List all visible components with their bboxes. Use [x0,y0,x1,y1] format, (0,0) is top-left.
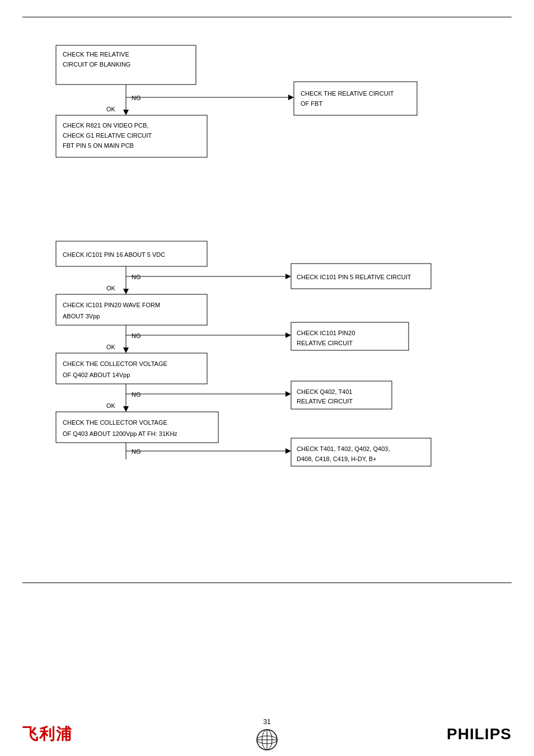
svg-marker-33 [285,332,291,338]
page-number: 31 [263,718,270,726]
svg-text:CHECK THE COLLECTOR VOLTAGE: CHECK THE COLLECTOR VOLTAGE [63,360,167,367]
svg-rect-50 [56,412,218,443]
svg-text:OK: OK [106,344,116,350]
svg-text:ABOUT 3Vpp: ABOUT 3Vpp [63,313,100,320]
svg-text:NG: NG [132,332,141,339]
svg-rect-9 [294,82,417,115]
footer-center: 31 [256,718,278,751]
svg-text:CHECK Q402, T401: CHECK Q402, T401 [297,388,352,395]
svg-marker-56 [285,448,291,454]
svg-text:CHECK T401, T402, Q402, Q403,: CHECK T401, T402, Q402, Q403, [297,445,390,452]
svg-text:NG: NG [132,95,141,101]
page-container: CHECK THE RELATIVE CIRCUIT OF BLANKING N… [0,0,534,756]
svg-text:NG: NG [132,448,141,455]
svg-text:NG: NG [132,274,141,280]
svg-text:OF FBT: OF FBT [301,100,322,107]
svg-rect-38 [56,353,207,384]
svg-text:RELATIVE CIRCUIT: RELATIVE CIRCUIT [297,340,353,346]
svg-rect-57 [291,438,431,466]
svg-rect-26 [56,294,207,325]
diagram2-svg: CHECK IC101 PIN 16 ABOUT 5 VDC NG OK CHE… [22,236,512,549]
svg-rect-16 [56,241,207,266]
philips-logo: PHILIPS [447,725,512,743]
svg-marker-42 [123,406,129,412]
svg-text:CHECK IC101 PIN20 WAVE FORM: CHECK IC101 PIN20 WAVE FORM [63,302,160,308]
diagram1: CHECK THE RELATIVE CIRCUIT OF BLANKING N… [22,40,512,202]
svg-marker-22 [285,274,291,279]
svg-text:CIRCUIT OF BLANKING: CIRCUIT OF BLANKING [63,61,130,68]
svg-rect-0 [56,45,196,84]
svg-rect-24 [291,264,431,289]
diagram1-svg: CHECK THE RELATIVE CIRCUIT OF BLANKING N… [22,40,512,202]
svg-text:FBT PIN 5 ON MAIN PCB: FBT PIN 5 ON MAIN PCB [63,142,134,149]
svg-text:RELATIVE CIRCUIT: RELATIVE CIRCUIT [297,398,353,405]
svg-text:CHECK G1 RELATIVE CIRCUIT: CHECK G1 RELATIVE CIRCUIT [63,132,152,139]
svg-marker-19 [123,289,129,294]
svg-text:CHECK IC101 PIN 16 ABOUT 5 VDC: CHECK IC101 PIN 16 ABOUT 5 VDC [63,251,165,258]
svg-text:NG: NG [132,391,141,398]
svg-text:CHECK IC101 PIN 5 RELATIVE CIR: CHECK IC101 PIN 5 RELATIVE CIRCUIT [297,274,411,280]
chinese-logo: 飞利浦 [22,724,73,745]
svg-text:OF Q402 ABOUT 14Vpp: OF Q402 ABOUT 14Vpp [63,372,130,378]
svg-marker-30 [123,348,129,353]
svg-text:CHECK THE RELATIVE CIRCUIT: CHECK THE RELATIVE CIRCUIT [301,90,394,97]
bottom-rule [22,583,512,583]
svg-marker-45 [285,391,291,397]
svg-text:OK: OK [106,285,116,292]
diagram2: CHECK IC101 PIN 16 ABOUT 5 VDC NG OK CHE… [22,236,512,549]
svg-text:CHECK THE COLLECTOR VOLTAGE: CHECK THE COLLECTOR VOLTAGE [63,419,167,426]
svg-marker-7 [288,95,294,100]
svg-text:OK: OK [106,106,116,112]
svg-rect-35 [291,322,409,350]
svg-rect-12 [56,115,207,157]
philips-globe-icon [256,729,278,751]
footer: 飞利浦 31 PHILIPS [0,724,534,745]
svg-text:D408, C418, C419, H-DY, B+: D408, C418, C419, H-DY, B+ [297,456,377,462]
svg-text:CHECK R821 ON VIDEO PCB,: CHECK R821 ON VIDEO PCB, [63,122,148,129]
svg-rect-47 [291,381,392,409]
svg-text:OK: OK [106,402,116,409]
svg-text:CHECK THE RELATIVE: CHECK THE RELATIVE [63,51,129,58]
svg-marker-4 [123,110,129,115]
top-rule [22,17,512,17]
svg-text:CHECK IC101 PIN20: CHECK IC101 PIN20 [297,330,355,336]
svg-text:OF Q403 ABOUT 1200Vpp AT FH: 3: OF Q403 ABOUT 1200Vpp AT FH: 31KHz [63,430,177,437]
footer-right: PHILIPS [447,725,512,743]
